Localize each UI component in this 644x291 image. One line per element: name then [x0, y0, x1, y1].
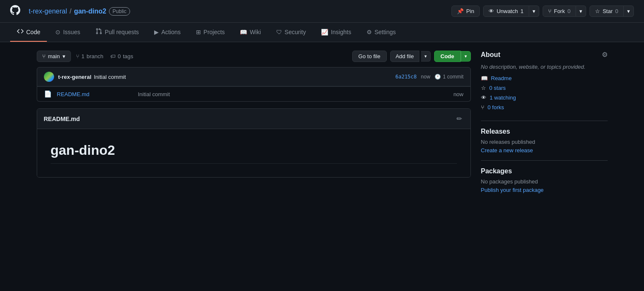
- code-button-group: Code ▾: [434, 51, 471, 62]
- releases-title: Releases: [481, 128, 608, 135]
- add-file-button[interactable]: Add file: [390, 51, 419, 62]
- branch-selector[interactable]: ⑂ main ▾: [37, 51, 71, 62]
- pin-icon: 📌: [457, 8, 464, 14]
- star-icon: ☆: [595, 8, 600, 14]
- topbar-actions: 📌 Pin 👁 Unwatch 1 ▾ ⑂ Fork 0 ▾ ☆ Sta: [451, 5, 634, 17]
- repo-actions: Go to file Add file ▾ Code ▾: [352, 51, 471, 62]
- branch-selector-icon: ⑂: [42, 53, 46, 59]
- unwatch-label: Unwatch: [497, 8, 518, 14]
- repo-controls: ⑂ main ▾ ⑂ 1 branch 🏷 0 tags Go to file: [37, 51, 471, 62]
- branch-caret-icon: ▾: [62, 53, 65, 59]
- star-dropdown-button[interactable]: ▾: [624, 5, 634, 17]
- tab-issues[interactable]: ⊙ Issues: [49, 24, 87, 41]
- publish-package-link[interactable]: Publish your first package: [481, 187, 544, 193]
- branch-count-icon: ⑂: [76, 53, 79, 59]
- file-name-link[interactable]: README.md: [57, 91, 133, 97]
- fork-group: ⑂ Fork 0 ▾: [543, 5, 586, 17]
- commit-author[interactable]: t-rex-general: [58, 74, 92, 80]
- star-button[interactable]: ☆ Star 0: [590, 5, 624, 17]
- tab-code[interactable]: Code: [10, 23, 47, 42]
- main-layout: ⑂ main ▾ ⑂ 1 branch 🏷 0 tags Go to file: [27, 42, 618, 202]
- sidebar-divider-1: [481, 121, 608, 121]
- tab-pull-requests[interactable]: Pull requests: [89, 23, 146, 42]
- packages-title: Packages: [481, 167, 608, 175]
- sidebar-divider-2: [481, 160, 608, 161]
- pr-tab-icon: [95, 28, 102, 36]
- tab-projects[interactable]: ⊞ Projects: [189, 24, 232, 41]
- commit-count: 1 commit: [443, 74, 464, 80]
- file-icon: 📄: [44, 90, 52, 98]
- about-header: About ⚙: [481, 51, 608, 59]
- fork-dropdown-button[interactable]: ▾: [576, 5, 586, 17]
- stars-item: ☆ 0 stars: [481, 85, 608, 91]
- commit-meta: 6a215c8 now 🕐 1 commit: [395, 74, 463, 80]
- tag-icon: 🏷: [110, 53, 116, 59]
- content-area: ⑂ main ▾ ⑂ 1 branch 🏷 0 tags Go to file: [37, 51, 471, 193]
- commit-hash[interactable]: 6a215c8: [395, 74, 417, 80]
- wiki-tab-icon: 📖: [240, 29, 247, 35]
- commit-message: Initial commit: [94, 74, 126, 80]
- branch-count: 1: [82, 53, 84, 59]
- table-row: 📄 README.md Initial commit now: [37, 86, 470, 101]
- sidebar: About ⚙ No description, website, or topi…: [481, 51, 608, 193]
- eye-icon: 👁: [489, 8, 494, 14]
- tag-label: tags: [123, 53, 133, 59]
- star-count-icon: ☆: [481, 85, 486, 91]
- stars-link[interactable]: 0 stars: [489, 85, 506, 91]
- avatar: [44, 72, 54, 82]
- fork-button[interactable]: ⑂ Fork 0: [543, 5, 576, 17]
- code-dropdown-button[interactable]: ▾: [461, 51, 471, 62]
- tab-settings[interactable]: ⚙ Settings: [360, 24, 403, 41]
- watching-link[interactable]: 1 watching: [490, 94, 516, 101]
- star-label: Star: [603, 8, 613, 14]
- readme-heading: gan-dino2: [51, 143, 457, 164]
- public-badge: Public: [109, 7, 130, 16]
- readme-title: README.md: [44, 116, 80, 122]
- watching-item: 👁 1 watching: [481, 94, 608, 101]
- file-table: 📄 README.md Initial commit now: [37, 86, 471, 102]
- settings-tab-icon: ⚙: [367, 29, 372, 35]
- unwatch-dropdown-button[interactable]: ▾: [529, 5, 539, 17]
- branch-count-link[interactable]: ⑂ 1 branch: [76, 53, 103, 59]
- add-file-dropdown-button[interactable]: ▾: [421, 51, 431, 62]
- eye-count-icon: 👁: [481, 94, 486, 101]
- commit-info: t-rex-general Initial commit: [58, 74, 391, 80]
- unwatch-button[interactable]: 👁 Unwatch 1: [483, 5, 529, 17]
- star-count: 0: [615, 8, 618, 14]
- branch-name: main: [48, 53, 60, 59]
- tab-actions[interactable]: ▶ Actions: [147, 24, 187, 41]
- packages-section: Packages No packages published Publish y…: [481, 167, 608, 193]
- branch-info: ⑂ 1 branch 🏷 0 tags: [76, 53, 133, 59]
- create-release-link[interactable]: Create a new release: [481, 147, 533, 154]
- pin-button[interactable]: 📌 Pin: [451, 5, 480, 17]
- unwatch-count: 1: [520, 8, 523, 14]
- readme-box: README.md ✏ gan-dino2: [37, 108, 471, 178]
- topbar: t-rex-general / gan-dino2 Public 📌 Pin 👁…: [0, 0, 644, 23]
- file-commit-message: Initial commit: [138, 91, 448, 97]
- repo-link[interactable]: gan-dino2: [74, 8, 106, 15]
- tab-insights[interactable]: 📈 Insights: [314, 24, 358, 41]
- readme-header: README.md ✏: [37, 109, 470, 129]
- fork-count: 0: [568, 8, 571, 14]
- about-title: About: [481, 51, 500, 59]
- tag-count-link[interactable]: 🏷 0 tags: [110, 53, 133, 59]
- actions-tab-icon: ▶: [154, 29, 159, 35]
- tab-security[interactable]: 🛡 Security: [269, 24, 313, 41]
- readme-edit-button[interactable]: ✏: [455, 113, 464, 124]
- commit-time: now: [421, 74, 430, 80]
- forks-link[interactable]: 0 forks: [488, 104, 504, 110]
- readme-link[interactable]: Readme: [491, 75, 512, 81]
- code-button[interactable]: Code: [434, 51, 461, 62]
- fork-icon: ⑂: [548, 8, 552, 14]
- tab-wiki[interactable]: 📖 Wiki: [233, 24, 267, 41]
- forks-item: ⑂ 0 forks: [481, 104, 608, 110]
- star-group: ☆ Star 0 ▾: [590, 5, 634, 17]
- about-section: About ⚙ No description, website, or topi…: [481, 51, 608, 110]
- insights-tab-icon: 📈: [321, 29, 328, 35]
- branch-label: branch: [87, 53, 103, 59]
- about-description: No description, website, or topics provi…: [481, 64, 608, 70]
- org-link[interactable]: t-rex-general: [29, 8, 67, 15]
- go-to-file-button[interactable]: Go to file: [352, 51, 387, 62]
- commit-count-link[interactable]: 🕐 1 commit: [435, 74, 464, 80]
- about-settings-button[interactable]: ⚙: [602, 51, 608, 59]
